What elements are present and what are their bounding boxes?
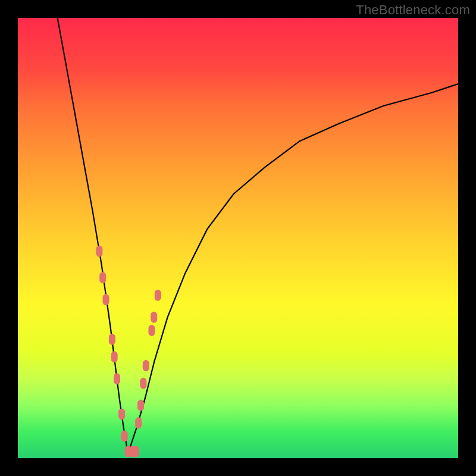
plot-area [18, 18, 458, 458]
bead-point [151, 312, 157, 322]
watermark-text: TheBottleneck.com [356, 2, 470, 18]
bead-point [100, 273, 106, 283]
bead-point [111, 352, 117, 362]
bead-point [155, 290, 161, 300]
bead-point [133, 446, 139, 457]
curve-layer [18, 18, 458, 458]
bead-point [121, 431, 127, 441]
bead-point [136, 418, 142, 428]
bead-point [96, 246, 102, 256]
bead-group [96, 246, 161, 457]
bead-point [143, 361, 149, 371]
bead-point [149, 325, 155, 336]
curve-left-branch [58, 18, 128, 454]
bead-point [138, 400, 144, 411]
bead-point [119, 409, 125, 419]
bead-point [114, 374, 120, 384]
bead-point [103, 295, 109, 305]
bead-point [109, 334, 115, 345]
curve-right-branch [128, 84, 458, 454]
outer-frame: TheBottleneck.com [0, 0, 476, 476]
bead-point [140, 378, 146, 389]
